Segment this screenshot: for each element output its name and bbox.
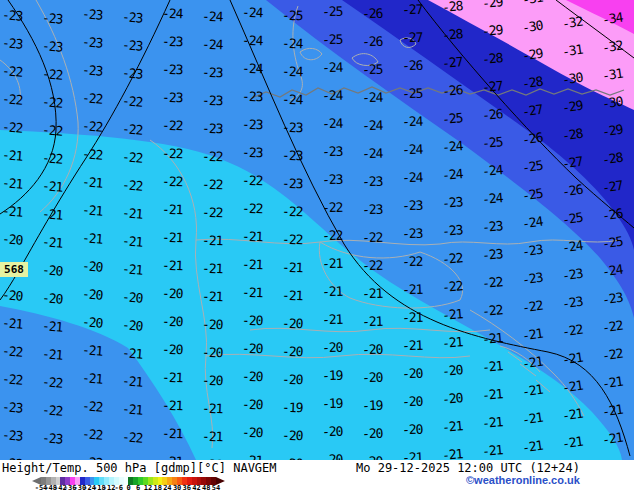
temp-value: -23	[202, 94, 223, 108]
temp-value: -23	[2, 400, 23, 414]
temp-value: -26	[402, 59, 423, 73]
temp-value: -24	[402, 171, 423, 185]
weather-map-screenshot: -23-23-23-23-24-24-24-25-25-26-27-28-29-…	[0, 0, 634, 490]
temp-value: -23	[82, 35, 103, 49]
temp-value: -28	[521, 75, 543, 91]
temp-value: -21	[441, 307, 463, 322]
temp-value: -21	[561, 379, 583, 395]
temp-value: -24	[481, 191, 503, 206]
temp-value: -23	[2, 36, 23, 50]
temp-value: -20	[82, 287, 103, 301]
temp-value: -23	[601, 291, 623, 307]
temp-value: -22	[2, 344, 23, 358]
temp-value: -21	[242, 230, 263, 244]
temp-value: -21	[402, 283, 423, 297]
temp-value: -21	[82, 203, 103, 217]
temp-value: -22	[82, 399, 103, 413]
temp-value: -22	[2, 92, 23, 106]
temp-value: -25	[402, 87, 423, 101]
temp-value: -25	[561, 211, 583, 227]
temp-value: -22	[521, 299, 543, 315]
temp-value: -25	[322, 33, 343, 47]
temp-value: -26	[362, 35, 383, 49]
temp-value: -23	[521, 243, 543, 259]
temp-value: -19	[322, 369, 343, 383]
temp-value: -22	[282, 205, 303, 219]
scale-tick-label: 42	[192, 484, 200, 490]
temp-value: -21	[601, 403, 623, 419]
temp-value: -31	[521, 0, 543, 6]
temp-value: -26	[521, 131, 543, 147]
temp-value: -24	[441, 139, 463, 154]
temp-value: -20	[162, 287, 183, 301]
scale-tick-label: 6	[136, 484, 140, 490]
temp-value: -20	[242, 426, 263, 440]
temp-value: -22	[82, 119, 103, 133]
temp-value: -29	[561, 99, 583, 115]
temp-value: -21	[282, 289, 303, 303]
temp-value: -21	[561, 435, 583, 451]
temp-value: -20	[82, 315, 103, 329]
temp-value: -22	[122, 122, 143, 136]
temp-value: -23	[122, 10, 143, 24]
temp-value: -30	[561, 71, 583, 87]
temp-value: -21	[402, 339, 423, 353]
temp-value: -21	[441, 419, 463, 434]
temp-value: -27	[481, 79, 503, 94]
temp-value: -22	[2, 372, 23, 386]
temp-value: -24	[402, 143, 423, 157]
scale-tick-label: 36	[183, 484, 191, 490]
scale-tick-label: 48	[202, 484, 210, 490]
temp-value: -21	[521, 411, 543, 427]
temp-value: -21	[82, 231, 103, 245]
temp-value: -21	[162, 399, 183, 413]
temp-value: -26	[561, 183, 583, 199]
temp-value: -26	[362, 7, 383, 21]
map-area: -23-23-23-23-24-24-24-25-25-26-27-28-29-…	[0, 0, 634, 460]
temp-value: -22	[122, 94, 143, 108]
temp-value: -21	[441, 447, 463, 460]
temp-value: -23	[362, 203, 383, 217]
temp-value: -24	[322, 61, 343, 75]
temp-value: -20	[282, 345, 303, 359]
temp-value: -24	[362, 119, 383, 133]
temp-value: -23	[42, 39, 63, 53]
temp-value: -22	[42, 403, 63, 417]
temp-value: -32	[561, 15, 583, 31]
temp-value: -22	[202, 150, 223, 164]
temp-value: -25	[521, 159, 543, 175]
temp-value: -34	[601, 11, 623, 27]
temp-value: -23	[561, 295, 583, 311]
temp-value: -24	[561, 239, 583, 255]
temp-value: -21	[2, 204, 23, 218]
temp-value: -20	[242, 314, 263, 328]
temp-value: -23	[322, 173, 343, 187]
temp-value: -20	[282, 317, 303, 331]
scale-tick-label: 24	[163, 484, 171, 490]
temp-value: -21	[441, 335, 463, 350]
temp-value: -21	[2, 148, 23, 162]
temp-value: -24	[362, 147, 383, 161]
temp-value: -20	[2, 232, 23, 246]
temp-value: -25	[601, 235, 623, 251]
temp-value: -21	[42, 347, 63, 361]
temp-value: -21	[122, 206, 143, 220]
temp-value: -29	[481, 23, 503, 38]
temp-value: -21	[521, 383, 543, 399]
temp-value: -22	[322, 201, 343, 215]
temp-value: -23	[322, 145, 343, 159]
scale-tick-label: 18	[153, 484, 161, 490]
temp-value: -21	[162, 371, 183, 385]
temp-value: -20	[322, 425, 343, 439]
temp-value: -24	[202, 10, 223, 24]
temp-value: -23	[242, 118, 263, 132]
temp-value: -20	[122, 290, 143, 304]
temp-value: -22	[481, 303, 503, 318]
temp-value: -24	[362, 91, 383, 105]
temp-value: -32	[601, 39, 623, 55]
temp-value: -23	[242, 90, 263, 104]
temp-value: -24	[242, 6, 263, 20]
temp-value: -23	[42, 11, 63, 25]
temp-value: -21	[122, 402, 143, 416]
temp-value: -21	[601, 431, 623, 447]
